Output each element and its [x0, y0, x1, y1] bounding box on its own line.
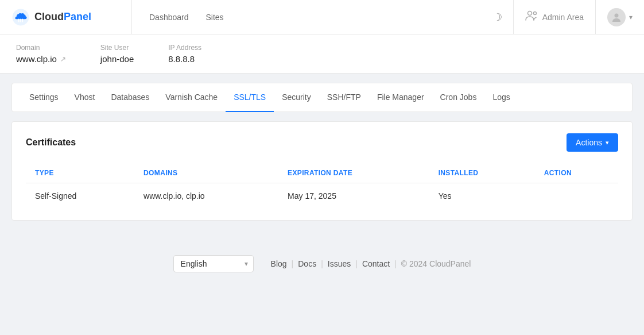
- footer-docs-link[interactable]: Docs: [298, 259, 316, 268]
- content-area: Domain www.clp.io ↗ Site User john-doe I…: [0, 34, 644, 335]
- footer-sep-3: |: [355, 259, 358, 268]
- ip-label: IP Address: [168, 44, 201, 52]
- footer-copyright: © 2024 CloudPanel: [401, 259, 471, 268]
- user-avatar: [607, 8, 626, 26]
- logo-icon: [11, 8, 30, 26]
- cell-action: [535, 183, 618, 209]
- svg-point-1: [527, 11, 532, 16]
- user-caret-icon: ▾: [629, 13, 633, 21]
- theme-toggle-button[interactable]: ☽: [483, 0, 514, 34]
- header-right: ☽ Admin Area: [483, 0, 644, 34]
- footer-sep-1: |: [292, 259, 294, 268]
- logo-area: CloudPanel: [0, 0, 132, 34]
- tab-security[interactable]: Security: [274, 83, 319, 112]
- admin-area-label: Admin Area: [542, 13, 584, 22]
- domain-label: Domain: [16, 44, 66, 52]
- col-action: ACTION: [535, 163, 618, 183]
- admin-area-icon: [525, 10, 538, 24]
- col-expiration-date: EXPIRATION DATE: [278, 163, 429, 183]
- cell-installed: Yes: [429, 183, 535, 209]
- tab-logs[interactable]: Logs: [484, 83, 518, 112]
- actions-button[interactable]: Actions ▾: [567, 133, 618, 152]
- site-user-value: john-doe: [100, 54, 134, 64]
- language-selector-wrapper: English Deutsch Français Español ▾: [173, 255, 254, 272]
- nav-dashboard[interactable]: Dashboard: [149, 13, 189, 22]
- col-domains: DOMAINS: [134, 163, 278, 183]
- tab-ssl-tls[interactable]: SSL/TLS: [226, 83, 274, 112]
- cell-type: Self-Signed: [26, 183, 134, 209]
- domain-info-bar: Domain www.clp.io ↗ Site User john-doe I…: [0, 34, 644, 74]
- footer-contact-link[interactable]: Contact: [362, 259, 390, 268]
- table-header-row: TYPE DOMAINS EXPIRATION DATE INSTALLED A…: [26, 163, 618, 183]
- svg-point-3: [615, 13, 619, 17]
- footer-links: Blog | Docs | Issues | Contact | © 2024 …: [271, 259, 471, 268]
- main-nav: Dashboard Sites: [132, 0, 483, 34]
- footer: English Deutsch Français Español ▾ Blog …: [0, 244, 644, 284]
- actions-label: Actions: [576, 138, 602, 147]
- footer-sep-2: |: [321, 259, 323, 268]
- tab-cron-jobs[interactable]: Cron Jobs: [432, 83, 485, 112]
- certificates-card: Certificates Actions ▾ TYPE DOMAINS EXPI…: [11, 121, 633, 221]
- nav-sites[interactable]: Sites: [206, 13, 224, 22]
- language-select[interactable]: English Deutsch Français Español: [173, 255, 254, 272]
- user-menu-button[interactable]: ▾: [596, 0, 644, 34]
- tab-settings[interactable]: Settings: [21, 83, 67, 112]
- site-user-info-item: Site User john-doe: [100, 44, 134, 64]
- tab-vhost[interactable]: Vhost: [67, 83, 103, 112]
- external-link-icon: ↗: [60, 55, 66, 63]
- footer-blog-link[interactable]: Blog: [271, 259, 287, 268]
- admin-area-button[interactable]: Admin Area: [514, 0, 596, 34]
- card-header: Certificates Actions ▾: [26, 133, 618, 152]
- certificates-title: Certificates: [26, 137, 76, 148]
- ip-value: 8.8.8.8: [168, 54, 201, 64]
- tab-databases[interactable]: Databases: [103, 83, 157, 112]
- actions-caret-icon: ▾: [606, 139, 609, 147]
- site-user-label: Site User: [100, 44, 134, 52]
- footer-sep-4: |: [394, 259, 397, 268]
- domain-value: www.clp.io ↗: [16, 54, 66, 64]
- tab-varnish-cache[interactable]: Varnish Cache: [157, 83, 226, 112]
- ip-info-item: IP Address 8.8.8.8: [168, 44, 201, 64]
- cell-expiration-date: May 17, 2025: [278, 183, 429, 209]
- cell-domains: www.clp.io, clp.io: [134, 183, 278, 209]
- table-row: Self-Signed www.clp.io, clp.io May 17, 2…: [26, 183, 618, 209]
- col-type: TYPE: [26, 163, 134, 183]
- col-installed: INSTALLED: [429, 163, 535, 183]
- moon-icon: ☽: [493, 11, 502, 24]
- header: CloudPanel Dashboard Sites ☽: [0, 0, 644, 34]
- tab-ssh-ftp[interactable]: SSH/FTP: [319, 83, 369, 112]
- tabs-bar: Settings Vhost Databases Varnish Cache S…: [11, 83, 633, 112]
- domain-info-item: Domain www.clp.io ↗: [16, 44, 66, 64]
- footer-issues-link[interactable]: Issues: [328, 259, 351, 268]
- tab-file-manager[interactable]: File Manager: [369, 83, 432, 112]
- svg-point-2: [533, 12, 536, 15]
- certificates-table: TYPE DOMAINS EXPIRATION DATE INSTALLED A…: [26, 163, 618, 209]
- logo-text: CloudPanel: [34, 11, 91, 23]
- main-content: Certificates Actions ▾ TYPE DOMAINS EXPI…: [0, 112, 644, 232]
